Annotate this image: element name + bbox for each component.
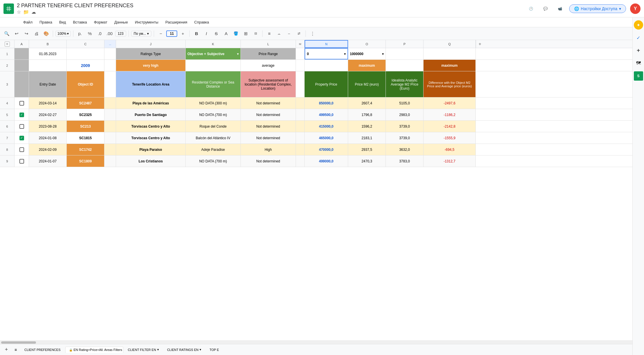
cell-j2[interactable]: very high xyxy=(116,60,186,71)
print-icon[interactable]: 🖨 xyxy=(32,29,41,38)
text-direction-btn[interactable]: ⇄ xyxy=(294,29,303,38)
font-size-dec[interactable]: − xyxy=(156,29,165,38)
cell-c8[interactable]: SC1742 xyxy=(67,144,104,155)
cell-l8[interactable]: High xyxy=(241,144,296,155)
col-header-p[interactable]: P xyxy=(386,40,424,48)
font-size-inc[interactable]: + xyxy=(178,29,187,38)
sidebar-plus-icon[interactable]: + xyxy=(634,46,643,55)
font-family-selector[interactable]: По ум... ▾ xyxy=(131,31,152,37)
sheet-tab-0[interactable]: CLIENT PREFERENCES xyxy=(21,347,64,353)
cell-a6[interactable] xyxy=(15,121,29,132)
cell-j7[interactable]: Torviscas Centro y Alto xyxy=(116,132,186,144)
cell-c9[interactable]: SC1809 xyxy=(67,155,104,167)
sidebar-check-icon[interactable]: ✓ xyxy=(634,33,643,42)
cell-q8[interactable]: -694,5 xyxy=(424,144,476,155)
redo-icon[interactable]: ↪ xyxy=(22,29,31,38)
checkbox-9[interactable] xyxy=(19,159,24,164)
cell-n1-arrow[interactable]: ▾ xyxy=(344,52,346,56)
horizontal-scrollbar[interactable] xyxy=(0,340,644,344)
strikethrough-button[interactable]: S xyxy=(212,29,220,38)
cell-q5[interactable]: -1186,2 xyxy=(424,109,476,120)
sidebar-map-icon[interactable]: 🗺 xyxy=(634,59,643,68)
cell-j8[interactable]: Playa Paraíso xyxy=(116,144,186,155)
tab-arrow-2[interactable]: ▾ xyxy=(157,348,159,352)
cell-k8[interactable]: Adeje Paradise xyxy=(186,144,241,155)
scrollbar-thumb[interactable] xyxy=(1,341,36,344)
col-header-c[interactable]: C xyxy=(67,40,104,48)
sheet-menu-btn[interactable]: ≡ xyxy=(12,346,20,354)
sheet-tab-3[interactable]: CLIENT RATINGS EN ▾ xyxy=(164,347,205,353)
cell-k4[interactable]: NO DATA (300 m) xyxy=(186,97,241,109)
cell-j6[interactable]: Torviscas Centro y Alto xyxy=(116,121,186,132)
comments-icon[interactable]: 💬 xyxy=(540,3,551,14)
cell-b5[interactable]: 2024-02-27 xyxy=(29,109,67,120)
menu-format[interactable]: Формат xyxy=(91,19,110,26)
col-header-b[interactable]: B xyxy=(29,40,67,48)
cell-k9[interactable]: NO DATA (700 m) xyxy=(186,155,241,167)
cell-a5[interactable] xyxy=(15,109,29,120)
cell-l3[interactable]: Subjective assessment of location (Resid… xyxy=(241,71,296,97)
undo-icon[interactable]: ↩ xyxy=(12,29,21,38)
cell-o3[interactable]: Price M2 (euro) xyxy=(348,71,386,97)
checkbox-4[interactable] xyxy=(19,101,24,106)
cell-a2[interactable] xyxy=(15,60,29,71)
cell-b2[interactable] xyxy=(29,60,67,71)
sheet-tab-1[interactable]: 🔒 EN Rating+Price+All. Areas Filters ▾ xyxy=(65,347,123,353)
cell-l2[interactable]: average xyxy=(241,60,296,71)
bold-button[interactable]: B xyxy=(192,29,201,38)
italic-button[interactable]: I xyxy=(202,29,211,38)
cell-j3[interactable]: Tenerife Location Area xyxy=(116,71,186,97)
cell-p3[interactable]: Idealista Analytic Average M2 Price (Eur… xyxy=(386,71,424,97)
cell-c1[interactable] xyxy=(67,48,104,59)
decimal-inc-btn[interactable]: .0 xyxy=(95,29,104,38)
cell-o1[interactable]: 1000000 ▾ xyxy=(348,48,386,59)
cell-q1[interactable] xyxy=(424,48,476,59)
more-btn[interactable]: ⋮ xyxy=(308,29,317,38)
cell-n8[interactable]: 470000,0 xyxy=(305,144,348,155)
sidebar-sheets-icon[interactable]: S xyxy=(634,71,643,81)
cell-o5[interactable]: 1796,8 xyxy=(348,109,386,120)
menu-extensions[interactable]: Расширения xyxy=(162,19,190,26)
tab-arrow-3[interactable]: ▾ xyxy=(200,348,201,352)
cell-p6[interactable]: 3739,0 xyxy=(386,121,424,132)
cell-a7[interactable] xyxy=(15,132,29,144)
cell-n3[interactable]: Property Price xyxy=(305,71,348,97)
cell-b7[interactable]: 2024-01-08 xyxy=(29,132,67,144)
cell-a9[interactable] xyxy=(15,155,29,167)
menu-view[interactable]: Вид xyxy=(56,19,69,26)
cell-c5[interactable]: SC2325 xyxy=(67,109,104,120)
col-header-j[interactable]: J xyxy=(116,40,186,48)
menu-data[interactable]: Данные xyxy=(111,19,131,26)
cell-a4[interactable] xyxy=(15,97,29,109)
access-button[interactable]: 🌐 Настройки Доступа ▾ xyxy=(569,4,626,13)
cell-n6[interactable]: 415000,0 xyxy=(305,121,348,132)
cell-l5[interactable]: Not determined xyxy=(241,109,296,120)
menu-file[interactable]: Файл xyxy=(20,19,35,26)
sheet-tab-4[interactable]: TOP E xyxy=(206,347,222,353)
cell-c7[interactable]: SC1815 xyxy=(67,132,104,144)
menu-edit[interactable]: Правка xyxy=(37,19,55,26)
checkbox-7[interactable] xyxy=(19,136,24,140)
cell-k6[interactable]: Roque del Conde xyxy=(186,121,241,132)
cell-c2[interactable]: 2009 xyxy=(67,60,104,71)
add-col-header-btn[interactable]: + xyxy=(5,41,10,47)
col-header-l[interactable]: L xyxy=(241,40,296,48)
cell-o1-arrow[interactable]: ▾ xyxy=(382,52,384,56)
checkbox-6[interactable] xyxy=(19,124,24,129)
align-h-btn[interactable]: ↔ xyxy=(285,29,293,38)
cell-a3[interactable] xyxy=(15,71,29,97)
cell-n5[interactable]: 499500,0 xyxy=(305,109,348,120)
cloud-icon[interactable]: ☁ xyxy=(31,9,36,15)
cell-q6[interactable]: -2142,8 xyxy=(424,121,476,132)
cell-q2[interactable]: maximum xyxy=(424,60,476,71)
cell-a1[interactable] xyxy=(15,48,29,59)
col-header-n[interactable]: N xyxy=(305,40,348,48)
cell-l7[interactable]: Not determined xyxy=(241,132,296,144)
col-header-k[interactable]: K xyxy=(186,40,241,48)
font-color-btn[interactable]: A xyxy=(222,29,230,38)
fill-color-btn[interactable]: 🪣 xyxy=(231,29,240,38)
paint-format-icon[interactable]: 🎨 xyxy=(42,29,50,38)
cell-p5[interactable]: 2983,0 xyxy=(386,109,424,120)
decimal-dec-btn[interactable]: .00 xyxy=(105,29,114,38)
borders-btn[interactable]: ⊞ xyxy=(241,29,250,38)
